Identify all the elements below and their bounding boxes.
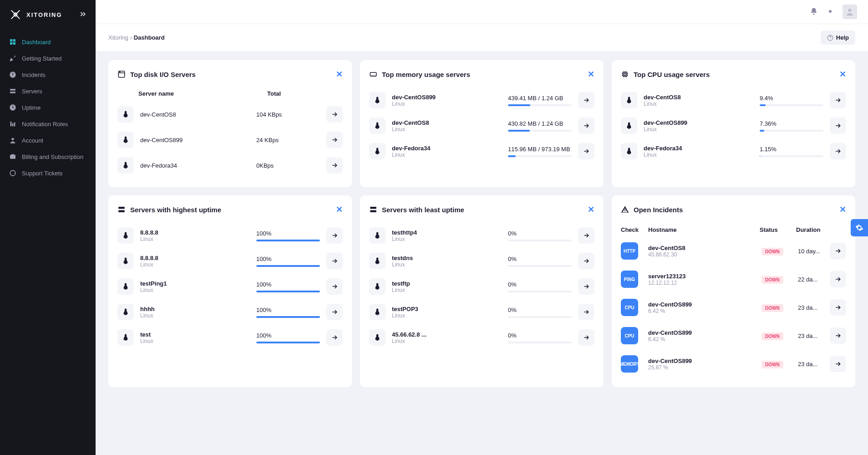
arrow-right-icon[interactable] — [578, 118, 594, 134]
svg-rect-18 — [370, 72, 376, 76]
server-os: Linux — [140, 236, 250, 242]
server-os: Linux — [140, 261, 250, 268]
arrow-right-icon[interactable] — [578, 278, 594, 295]
table-row: dev-CentOS899Linux7.36% — [621, 113, 846, 138]
server-name: dev-Fedora34 — [644, 145, 753, 152]
sidebar-item-support-tickets[interactable]: Support Tickets — [0, 165, 96, 181]
linux-icon — [117, 132, 134, 148]
arrow-right-icon[interactable] — [326, 278, 343, 295]
sidebar-collapse-icon[interactable] — [79, 10, 86, 19]
arrow-right-icon[interactable] — [830, 299, 846, 316]
svg-point-17 — [120, 72, 120, 72]
arrow-right-icon[interactable] — [830, 92, 846, 108]
close-icon[interactable]: ✕ — [336, 69, 343, 79]
arrow-right-icon[interactable] — [578, 329, 594, 346]
arrow-right-icon[interactable] — [578, 304, 594, 320]
incident-duration: 22 da... — [798, 276, 830, 283]
help-button[interactable]: Help — [821, 31, 855, 45]
close-icon[interactable]: ✕ — [588, 69, 594, 79]
svg-rect-21 — [118, 207, 125, 209]
progress-bar — [508, 265, 572, 267]
server-name: testPOP3 — [392, 306, 502, 312]
server-name: 8.8.8.8 — [140, 229, 250, 236]
table-row: testhttp4Linux0% — [369, 223, 594, 248]
brand-name: XITORING — [26, 11, 62, 18]
close-icon[interactable]: ✕ — [588, 204, 594, 215]
user-avatar[interactable] — [843, 5, 857, 19]
sidebar-nav: DashboardGetting StartedIncidentsServers… — [0, 29, 96, 186]
incident-row: CPUdev-CentOS8996.42 %DOWN23 da... — [621, 322, 846, 350]
sidebar-item-servers[interactable]: Servers — [0, 83, 96, 99]
arrow-right-icon[interactable] — [578, 253, 594, 269]
linux-icon — [117, 304, 134, 320]
sidebar-item-notification-roles[interactable]: Notification Roles — [0, 116, 96, 132]
metric-value: 0% — [508, 281, 572, 288]
sidebar-item-getting-started[interactable]: Getting Started — [0, 50, 96, 66]
svg-rect-7 — [10, 89, 15, 90]
table-row: hhhhLinux100% — [117, 299, 343, 325]
progress-bar — [508, 342, 572, 343]
arrow-right-icon[interactable] — [578, 227, 594, 244]
arrow-right-icon[interactable] — [326, 227, 343, 244]
sidebar-item-dashboard[interactable]: Dashboard — [0, 34, 96, 50]
svg-point-13 — [829, 10, 832, 13]
card-highest-uptime: Servers with highest uptime ✕ 8.8.8.8Lin… — [108, 195, 352, 387]
arrow-right-icon[interactable] — [578, 143, 594, 159]
topbar — [96, 0, 868, 24]
arrow-right-icon[interactable] — [830, 356, 846, 372]
sidebar-item-label: Support Tickets — [22, 170, 63, 177]
arrow-right-icon[interactable] — [830, 143, 846, 159]
cpu-icon — [621, 70, 629, 78]
metric-value: 439.41 MB / 1.24 GB — [508, 95, 572, 102]
server-icon — [117, 205, 126, 214]
theme-toggle-icon[interactable] — [826, 7, 834, 17]
arrow-right-icon[interactable] — [326, 157, 343, 174]
help-icon — [827, 35, 833, 41]
sidebar-item-label: Notification Roles — [22, 121, 68, 128]
server-os: Linux — [140, 287, 250, 293]
linux-icon — [621, 118, 637, 134]
svg-point-10 — [11, 138, 14, 140]
arrow-right-icon[interactable] — [326, 304, 343, 320]
server-os: Linux — [140, 312, 250, 319]
breadcrumb: Xitoring › Dashboard — [108, 34, 165, 41]
arrow-right-icon[interactable] — [830, 327, 846, 344]
arrow-right-icon[interactable] — [326, 329, 343, 346]
sidebar-item-label: Uptime — [22, 104, 41, 111]
sidebar-item-incidents[interactable]: Incidents — [0, 66, 96, 83]
settings-fab[interactable] — [851, 219, 868, 236]
table-row: dev-Fedora34Linux1.15% — [621, 138, 846, 164]
arrow-right-icon[interactable] — [830, 118, 846, 134]
arrow-right-icon[interactable] — [326, 253, 343, 269]
disk-icon — [117, 70, 126, 78]
svg-rect-26 — [624, 211, 625, 212]
gear-icon — [855, 224, 863, 232]
metric-value: 100% — [256, 332, 320, 339]
arrow-right-icon[interactable] — [326, 132, 343, 148]
arrow-right-icon[interactable] — [326, 106, 343, 123]
sidebar-item-billing-and-subscription[interactable]: Billing and Subscription — [0, 148, 96, 165]
incident-row: PINGserver12312312.12.12.12DOWN22 da... — [621, 265, 846, 293]
close-icon[interactable]: ✕ — [839, 69, 846, 79]
check-type-badge: MEMORY — [621, 355, 638, 373]
linux-icon — [117, 253, 134, 269]
brand-logo[interactable]: XITORING — [9, 8, 62, 21]
sidebar-item-label: Dashboard — [22, 39, 51, 46]
svg-rect-22 — [118, 210, 125, 213]
close-icon[interactable]: ✕ — [839, 204, 846, 215]
linux-icon — [117, 106, 134, 123]
svg-rect-4 — [13, 42, 15, 45]
sidebar-item-account[interactable]: Account — [0, 132, 96, 148]
nav-icon — [9, 71, 16, 78]
arrow-right-icon[interactable] — [830, 271, 846, 287]
sidebar-item-uptime[interactable]: Uptime — [0, 99, 96, 116]
progress-bar — [256, 342, 320, 343]
arrow-right-icon[interactable] — [830, 243, 846, 259]
table-row: 8.8.8.8Linux100% — [117, 223, 343, 248]
server-name: dev-CentOS899 — [140, 137, 250, 143]
close-icon[interactable]: ✕ — [336, 204, 343, 215]
progress-bar — [508, 130, 572, 132]
arrow-right-icon[interactable] — [578, 92, 594, 108]
breadcrumb-root[interactable]: Xitoring — [108, 34, 128, 41]
notifications-icon[interactable] — [810, 7, 818, 17]
